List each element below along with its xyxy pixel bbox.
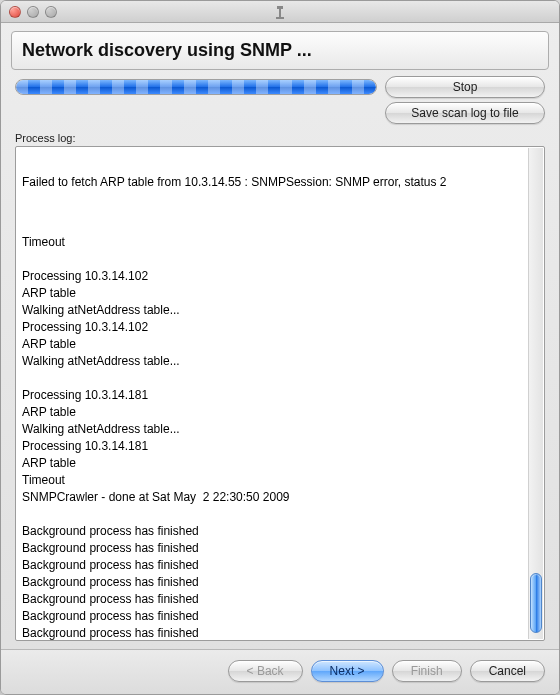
- titlebar[interactable]: [1, 1, 559, 23]
- log-line: Processing 10.3.14.181: [22, 438, 526, 455]
- cancel-button[interactable]: Cancel: [470, 660, 545, 682]
- finish-button[interactable]: Finish: [392, 660, 462, 682]
- traffic-lights: [9, 6, 57, 18]
- log-line: Walking atNetAddress table...: [22, 302, 526, 319]
- log-line: Background process has finished: [22, 523, 526, 540]
- save-log-button-label: Save scan log to file: [411, 106, 518, 120]
- next-button[interactable]: Next >: [311, 660, 384, 682]
- log-line: Background process has finished: [22, 625, 526, 640]
- log-line: Processing 10.3.14.181: [22, 387, 526, 404]
- log-line: Processing 10.3.14.102: [22, 319, 526, 336]
- svg-rect-1: [279, 9, 281, 18]
- next-button-label: Next >: [330, 664, 365, 678]
- log-line: [22, 251, 526, 268]
- scroll-thumb[interactable]: [530, 573, 542, 633]
- log-line: Background process has finished: [22, 591, 526, 608]
- log-line: Background process has finished: [22, 540, 526, 557]
- app-icon: [273, 5, 287, 19]
- page-title-text: Network discovery using SNMP ...: [22, 40, 312, 60]
- log-line: Background process has finished: [22, 557, 526, 574]
- zoom-icon[interactable]: [45, 6, 57, 18]
- page-title: Network discovery using SNMP ...: [11, 31, 549, 70]
- progress-fill: [16, 80, 376, 94]
- log-line: [22, 506, 526, 523]
- save-log-button[interactable]: Save scan log to file: [385, 102, 545, 124]
- progress-bar: [15, 79, 377, 95]
- log-line: ARP table: [22, 404, 526, 421]
- close-icon[interactable]: [9, 6, 21, 18]
- log-line: Failed to fetch ARP table from 10.3.14.5…: [22, 174, 526, 191]
- scrollbar[interactable]: [528, 148, 543, 639]
- log-line: Timeout: [22, 472, 526, 489]
- log-line: Walking atNetAddress table...: [22, 421, 526, 438]
- log-line: Background process has finished: [22, 608, 526, 625]
- log-line: ARP table: [22, 336, 526, 353]
- log-line: [22, 370, 526, 387]
- minimize-icon[interactable]: [27, 6, 39, 18]
- svg-rect-0: [277, 6, 283, 9]
- wizard-footer: < Back Next > Finish Cancel: [1, 649, 559, 694]
- back-button-label: < Back: [247, 664, 284, 678]
- log-line: Walking atNetAddress table...: [22, 353, 526, 370]
- log-line: Background process has finished: [22, 574, 526, 591]
- process-log: Failed to fetch ARP table from 10.3.14.5…: [15, 146, 545, 641]
- dialog-window: Network discovery using SNMP ... Stop Sa…: [0, 0, 560, 695]
- log-line: SNMPCrawler - done at Sat May 2 22:30:50…: [22, 489, 526, 506]
- finish-button-label: Finish: [411, 664, 443, 678]
- progress-row: Stop: [15, 76, 545, 98]
- process-log-content[interactable]: Failed to fetch ARP table from 10.3.14.5…: [16, 147, 544, 640]
- log-line: ARP table: [22, 455, 526, 472]
- stop-button[interactable]: Stop: [385, 76, 545, 98]
- process-log-label: Process log:: [15, 132, 545, 144]
- cancel-button-label: Cancel: [489, 664, 526, 678]
- save-row: Save scan log to file: [15, 102, 545, 124]
- log-line: Timeout: [22, 234, 526, 251]
- svg-rect-2: [276, 17, 284, 19]
- stop-button-label: Stop: [453, 80, 478, 94]
- log-line: Processing 10.3.14.102: [22, 268, 526, 285]
- back-button[interactable]: < Back: [228, 660, 303, 682]
- log-line: ARP table: [22, 285, 526, 302]
